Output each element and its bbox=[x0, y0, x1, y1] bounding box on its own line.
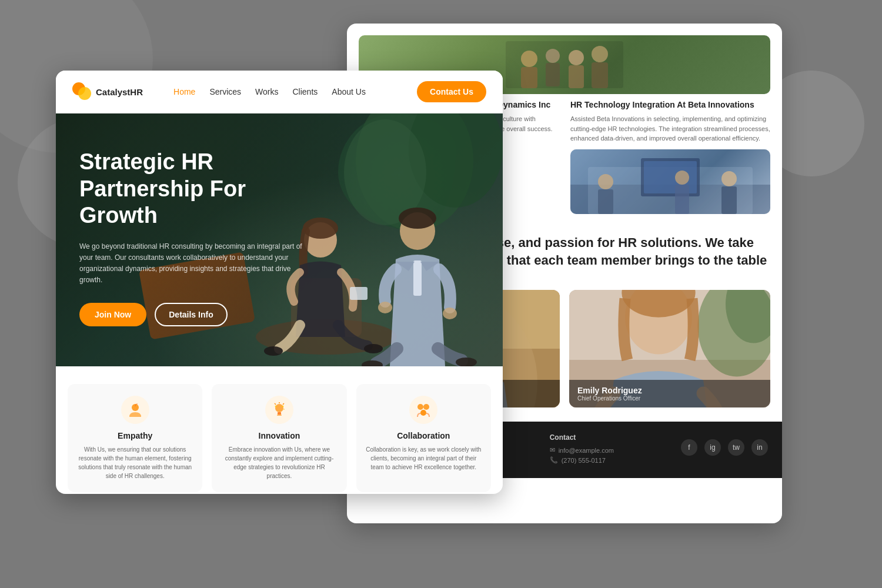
nav-links: Home Services Works Clients About Us bbox=[173, 87, 398, 96]
svg-point-57 bbox=[283, 409, 285, 410]
empathy-desc: With Us, we ensuring that our solutions … bbox=[77, 445, 193, 480]
svg-point-59 bbox=[423, 404, 429, 410]
logo-icon bbox=[72, 82, 91, 101]
work-image-graphic bbox=[506, 41, 623, 88]
nav-home[interactable]: Home bbox=[173, 87, 195, 96]
emily-name: Emily Rodriguez bbox=[577, 386, 762, 395]
emily-label: Emily Rodriguez Chief Operations Officer bbox=[569, 380, 770, 407]
work-image-2 bbox=[570, 149, 770, 214]
svg-point-16 bbox=[721, 171, 737, 186]
emily-role: Chief Operations Officer bbox=[577, 395, 762, 402]
footer-contact-label: Contact bbox=[550, 433, 614, 442]
logo-text: CatalystHR bbox=[96, 87, 143, 97]
main-card: CatalystHR Home Services Works Clients A… bbox=[56, 71, 503, 494]
svg-rect-40 bbox=[350, 287, 368, 300]
svg-point-38 bbox=[264, 346, 283, 356]
twitter-icon[interactable]: tw bbox=[728, 439, 744, 456]
footer-email-line: ✉ info@example.com bbox=[550, 446, 614, 454]
innovation-icon bbox=[265, 396, 293, 424]
feature-empathy: Empathy With Us, we ensuring that our so… bbox=[68, 384, 202, 492]
feature-innovation: Innovation Embrace innovation with Us, w… bbox=[212, 384, 346, 492]
svg-line-54 bbox=[275, 403, 276, 405]
hero-title: Strategic HR Partnership For Growth bbox=[79, 149, 303, 229]
office-graphic bbox=[570, 149, 770, 214]
svg-line-53 bbox=[283, 403, 284, 405]
innovation-desc: Embrace innovation with Us, where we con… bbox=[221, 445, 337, 480]
hero-section: Strategic HR Partnership For Growth We g… bbox=[56, 113, 503, 366]
svg-rect-4 bbox=[546, 63, 560, 86]
svg-rect-19 bbox=[675, 185, 689, 214]
logo-circle-yellow bbox=[78, 87, 91, 100]
logo: CatalystHR bbox=[72, 82, 143, 101]
svg-point-56 bbox=[275, 406, 276, 407]
svg-rect-8 bbox=[592, 62, 608, 88]
svg-point-7 bbox=[592, 46, 608, 62]
nav-works[interactable]: Works bbox=[255, 87, 278, 96]
svg-rect-15 bbox=[598, 189, 613, 214]
svg-point-55 bbox=[282, 406, 283, 407]
svg-point-44 bbox=[378, 302, 392, 313]
svg-point-3 bbox=[546, 49, 560, 63]
svg-point-58 bbox=[417, 404, 423, 410]
empathy-title: Empathy bbox=[77, 431, 193, 440]
facebook-icon[interactable]: f bbox=[681, 439, 697, 456]
team-card-emily: Emily Rodriguez Chief Operations Officer bbox=[569, 290, 770, 407]
empathy-svg bbox=[127, 402, 143, 418]
collaboration-svg bbox=[415, 402, 432, 418]
nav-services[interactable]: Services bbox=[209, 87, 241, 96]
footer-phone-line: 📞 (270) 555-0117 bbox=[550, 456, 614, 464]
nav-clients[interactable]: Clients bbox=[293, 87, 318, 96]
join-now-button[interactable]: Join Now bbox=[79, 303, 146, 326]
svg-point-5 bbox=[569, 50, 584, 65]
svg-rect-51 bbox=[277, 415, 282, 416]
footer-phone: (270) 555-0117 bbox=[562, 457, 606, 464]
email-icon: ✉ bbox=[550, 446, 555, 454]
feature-collaboration: Collaboration Collaboration is key, as w… bbox=[356, 384, 491, 492]
svg-point-14 bbox=[598, 174, 613, 189]
svg-point-18 bbox=[675, 171, 689, 185]
svg-point-1 bbox=[521, 51, 537, 67]
instagram-icon[interactable]: ig bbox=[704, 439, 721, 456]
empathy-icon bbox=[121, 396, 149, 424]
svg-rect-2 bbox=[521, 67, 537, 88]
footer-email: info@example.com bbox=[559, 447, 614, 454]
work-desc-2: Assisted Beta Innovations in selecting, … bbox=[570, 114, 770, 143]
navbar: CatalystHR Home Services Works Clients A… bbox=[56, 71, 503, 113]
hero-content: Strategic HR Partnership For Growth We g… bbox=[79, 149, 303, 326]
phone-icon: 📞 bbox=[550, 456, 558, 464]
work-item-2: HR Technology Integration At Beta Innova… bbox=[570, 100, 770, 214]
collaboration-title: Collaboration bbox=[366, 431, 482, 440]
svg-rect-6 bbox=[569, 65, 584, 88]
contact-us-button[interactable]: Contact Us bbox=[417, 81, 486, 102]
hero-description: We go beyond traditional HR consulting b… bbox=[79, 241, 303, 286]
hero-buttons: Join Now Details Info bbox=[79, 303, 303, 326]
footer-contact-col: Contact ✉ info@example.com 📞 (270) 555-0… bbox=[550, 433, 614, 466]
details-info-button[interactable]: Details Info bbox=[155, 303, 227, 326]
collaboration-desc: Collaboration is key, as we work closely… bbox=[366, 445, 482, 472]
collaboration-icon bbox=[409, 396, 437, 424]
svg-point-45 bbox=[443, 308, 457, 319]
work-title-2: HR Technology Integration At Beta Innova… bbox=[570, 100, 770, 109]
svg-rect-50 bbox=[278, 412, 281, 415]
footer-social-col: f ig tw in bbox=[681, 433, 768, 456]
social-links: f ig tw in bbox=[681, 439, 768, 456]
svg-point-60 bbox=[420, 410, 426, 416]
linkedin-icon[interactable]: in bbox=[751, 439, 768, 456]
innovation-title: Innovation bbox=[221, 431, 337, 440]
svg-point-39 bbox=[364, 344, 383, 353]
svg-rect-43 bbox=[413, 260, 422, 296]
svg-point-42 bbox=[399, 208, 436, 229]
svg-rect-17 bbox=[721, 186, 737, 214]
features-section: Empathy With Us, we ensuring that our so… bbox=[56, 366, 503, 494]
nav-about[interactable]: About Us bbox=[332, 87, 366, 96]
innovation-svg bbox=[271, 402, 288, 418]
svg-point-49 bbox=[275, 404, 283, 412]
